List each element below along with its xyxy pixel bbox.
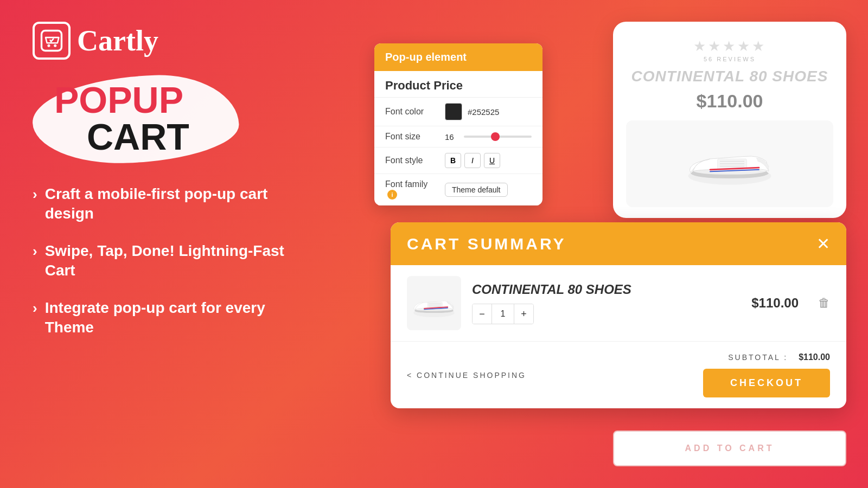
product-card: ★★★★★ 56 REVIEWS CONTINENTAL 80 SHOES $1…	[613, 22, 846, 218]
right-section: Pop-up element Product Price Font color …	[374, 11, 846, 477]
left-section: Cartly POPUP CART › Craft a mobile-first…	[33, 22, 304, 355]
cart-title: CART SUMMARY	[407, 235, 566, 253]
continue-shopping-link[interactable]: < CONTINUE SHOPPING	[407, 371, 526, 380]
feature-item-2: › Swipe, Tap, Done! Lightning-Fast Cart	[33, 241, 304, 281]
chevron-icon-2: ›	[33, 242, 37, 261]
qty-increase-button[interactable]: +	[514, 304, 533, 324]
cart-close-button[interactable]: ✕	[816, 234, 830, 253]
quantity-controls: − 1 +	[472, 304, 534, 324]
cart-logo-icon	[40, 29, 63, 52]
color-swatch[interactable]	[445, 103, 462, 120]
cart-item-details: CONTINENTAL 80 SHOES − 1 +	[472, 282, 741, 324]
brand-name: Cartly	[77, 24, 158, 57]
cart-item-image	[407, 276, 461, 330]
subtotal-value: $110.00	[799, 352, 830, 362]
cart-item-price: $110.00	[751, 296, 799, 311]
font-size-slider[interactable]	[464, 136, 532, 138]
cart-summary-panel: CART SUMMARY ✕	[391, 222, 846, 408]
product-name-card: CONTINENTAL 80 SHOES	[626, 68, 833, 85]
panel-header: Pop-up element	[374, 43, 542, 71]
italic-icon: I	[471, 156, 474, 165]
svg-point-1	[47, 44, 50, 47]
reviews-count: 56 REVIEWS	[626, 56, 833, 62]
bold-button[interactable]: B	[445, 153, 461, 168]
feature-item-3: › Integrate pop-up cart for every Theme	[33, 298, 304, 338]
subtotal-label: SUBTOTAL :	[728, 353, 788, 362]
add-to-cart-button[interactable]: ADD TO CART	[613, 431, 846, 466]
font-size-value: 16	[445, 132, 454, 142]
font-size-label: Font size	[385, 132, 439, 142]
feature-text-1: Craft a mobile-first pop-up cart design	[45, 184, 304, 224]
panel-element-title: Product Price	[374, 71, 542, 98]
logo-area: Cartly	[33, 22, 304, 60]
cart-shoe-image	[410, 287, 458, 319]
popup-word: POPUP	[54, 81, 217, 118]
feature-text-3: Integrate pop-up cart for every Theme	[45, 298, 304, 338]
panel-header-label: Pop-up element	[385, 51, 467, 63]
cart-total-area: SUBTOTAL : $110.00 CHECKOUT	[703, 352, 830, 397]
cart-item-name: CONTINENTAL 80 SHOES	[472, 282, 741, 297]
cart-item-row: CONTINENTAL 80 SHOES − 1 + $110.00 🗑	[391, 265, 846, 342]
underline-icon: U	[489, 156, 495, 165]
font-color-label: Font color	[385, 107, 439, 117]
add-to-cart-section: ADD TO CART	[613, 431, 846, 466]
qty-value: 1	[492, 304, 514, 324]
logo-icon	[33, 22, 71, 60]
qty-decrease-button[interactable]: −	[473, 304, 492, 324]
chevron-icon-3: ›	[33, 299, 37, 318]
italic-button[interactable]: I	[464, 153, 481, 168]
chevron-icon-1: ›	[33, 185, 37, 204]
underline-button[interactable]: U	[484, 153, 500, 168]
font-family-text: Font family	[385, 179, 427, 189]
style-buttons: B I U	[445, 153, 500, 168]
font-family-label: Font family i	[385, 179, 439, 200]
shoe-image-area	[626, 120, 833, 207]
hex-value: #252525	[468, 107, 499, 117]
feature-item-1: › Craft a mobile-first pop-up cart desig…	[33, 184, 304, 224]
font-style-row: Font style B I U	[374, 147, 542, 174]
star-rating: ★★★★★	[626, 38, 833, 55]
svg-point-2	[54, 44, 56, 47]
cart-word: CART	[87, 118, 217, 155]
cart-header: CART SUMMARY ✕	[391, 222, 846, 265]
trash-icon[interactable]: 🗑	[818, 296, 830, 310]
slider-thumb	[491, 132, 500, 141]
features-list: › Craft a mobile-first pop-up cart desig…	[33, 184, 304, 337]
font-family-dropdown[interactable]: Theme default	[445, 183, 508, 197]
font-family-row: Font family i Theme default	[374, 174, 542, 206]
font-color-row: Font color #252525	[374, 98, 542, 126]
bold-icon: B	[450, 156, 456, 165]
popup-cart-area: POPUP CART	[43, 76, 228, 163]
font-size-row: Font size 16	[374, 126, 542, 147]
stars-row: ★★★★★ 56 REVIEWS	[626, 38, 833, 62]
feature-text-2: Swipe, Tap, Done! Lightning-Fast Cart	[45, 241, 304, 281]
popup-text: POPUP CART	[43, 76, 228, 160]
product-price-card: $110.00	[626, 91, 833, 112]
cart-footer: < CONTINUE SHOPPING SUBTOTAL : $110.00 C…	[391, 342, 846, 408]
info-icon: i	[387, 190, 397, 200]
shoe-illustration	[681, 131, 778, 196]
font-style-label: Font style	[385, 156, 439, 165]
checkout-button[interactable]: CHECKOUT	[703, 369, 830, 397]
subtotal-row: SUBTOTAL : $110.00	[728, 352, 830, 362]
settings-panel: Pop-up element Product Price Font color …	[374, 43, 542, 206]
